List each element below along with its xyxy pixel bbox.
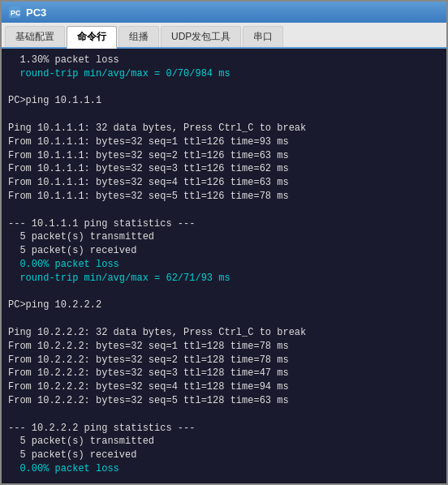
window-title: PC3 — [26, 6, 46, 19]
terminal-line: --- 10.1.1.1 ping statistics --- — [8, 217, 440, 231]
terminal-line: From 10.2.2.2: bytes=32 seq=5 ttl=128 ti… — [8, 394, 440, 408]
terminal-line: Ping 10.1.1.1: 32 data bytes, Press Ctrl… — [8, 122, 440, 135]
tab-udp-tool[interactable]: UDP发包工具 — [161, 26, 241, 47]
terminal-line — [8, 285, 440, 299]
terminal-line: 5 packet(s) transmitted — [8, 230, 440, 244]
tab-bar: 基础配置 命令行 组播 UDP发包工具 串口 — [2, 23, 446, 49]
terminal-line: From 10.2.2.2: bytes=32 seq=3 ttl=128 ti… — [8, 367, 440, 380]
terminal-line: From 10.1.1.1: bytes=32 seq=3 ttl=126 ti… — [8, 162, 440, 176]
tab-basic-config[interactable]: 基础配置 — [5, 26, 65, 47]
terminal-line: round-trip min/avg/max = 62/71/93 ms — [8, 272, 440, 285]
terminal-line: --- 10.2.2.2 ping statistics --- — [8, 422, 440, 436]
terminal-line — [8, 408, 440, 422]
tab-serial[interactable]: 串口 — [243, 26, 283, 47]
window-icon: PC — [8, 6, 21, 19]
terminal-line: round-trip min/avg/max = 0/70/984 ms — [8, 67, 440, 81]
main-window: PC PC3 基础配置 命令行 组播 UDP发包工具 串口 1.30% pack… — [0, 0, 448, 485]
terminal-line — [8, 108, 440, 122]
terminal-line: From 10.1.1.1: bytes=32 seq=2 ttl=126 ti… — [8, 149, 440, 163]
terminal-line — [8, 204, 440, 217]
svg-text:PC: PC — [11, 9, 21, 17]
terminal-line: From 10.1.1.1: bytes=32 seq=4 ttl=126 ti… — [8, 176, 440, 190]
terminal-line: From 10.1.1.1: bytes=32 seq=1 ttl=126 ti… — [8, 135, 440, 149]
terminal-line: PC>ping 10.2.2.2 — [8, 298, 440, 312]
terminal-line: 0.00% packet loss — [8, 258, 440, 272]
tab-command-line[interactable]: 命令行 — [67, 26, 117, 49]
terminal-line: PC>ping 10.1.1.1 — [8, 94, 440, 108]
terminal-line: 5 packet(s) received — [8, 244, 440, 258]
terminal-output[interactable]: 1.30% packet loss round-trip min/avg/max… — [2, 49, 446, 483]
terminal-line: 5 packet(s) received — [8, 449, 440, 462]
terminal-line: Ping 10.2.2.2: 32 data bytes, Press Ctrl… — [8, 326, 440, 340]
terminal-line: 5 packet(s) transmitted — [8, 435, 440, 449]
terminal-line: From 10.2.2.2: bytes=32 seq=1 ttl=128 ti… — [8, 340, 440, 354]
terminal-line: From 10.2.2.2: bytes=32 seq=4 ttl=128 ti… — [8, 380, 440, 394]
terminal-line — [8, 312, 440, 326]
terminal-line — [8, 81, 440, 95]
terminal-line: From 10.2.2.2: bytes=32 seq=2 ttl=128 ti… — [8, 354, 440, 367]
tab-multicast[interactable]: 组播 — [118, 26, 159, 47]
title-bar: PC PC3 — [2, 2, 446, 23]
terminal-line: 1.30% packet loss — [8, 54, 440, 67]
terminal-line: 0.00% packet loss — [8, 462, 440, 476]
terminal-line: From 10.1.1.1: bytes=32 seq=5 ttl=126 ti… — [8, 190, 440, 204]
